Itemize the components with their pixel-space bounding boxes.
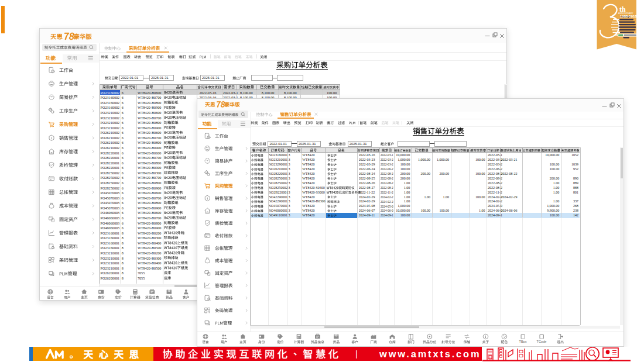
svg-text:1988-2018: 1988-2018 (620, 15, 637, 18)
